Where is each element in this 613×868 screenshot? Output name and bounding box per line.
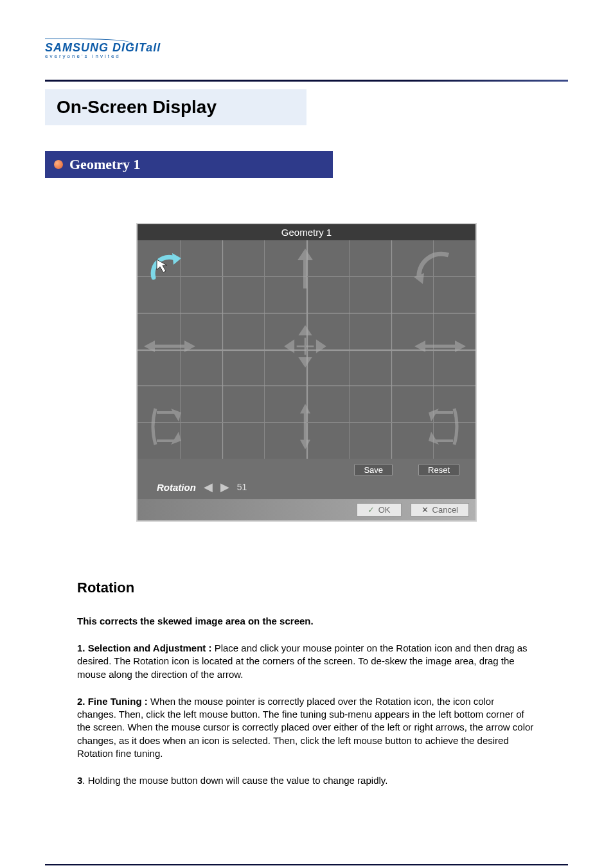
content-para-2: 2. Fine Tuning : When the mouse pointer … bbox=[77, 695, 536, 760]
content-heading: Rotation bbox=[77, 580, 536, 596]
logo-suffix: all bbox=[146, 41, 161, 54]
corner-rotation-tr-icon[interactable] bbox=[411, 244, 472, 298]
osd-grid[interactable] bbox=[138, 240, 475, 459]
svg-marker-8 bbox=[298, 325, 312, 335]
svg-marker-1 bbox=[157, 260, 167, 272]
rotation-label: Rotation bbox=[157, 482, 196, 493]
section-title: Geometry 1 bbox=[69, 156, 141, 173]
check-icon: ✓ bbox=[368, 505, 375, 515]
content-para-1: 1. Selection and Adjustment : Place and … bbox=[77, 642, 536, 681]
osd-window: Geometry 1 bbox=[136, 223, 477, 522]
svg-marker-17 bbox=[171, 409, 181, 421]
rotation-value: 51 bbox=[237, 482, 247, 492]
fine-tune-left-icon[interactable]: ◀ bbox=[204, 480, 213, 494]
h-size-left-icon[interactable] bbox=[141, 321, 202, 375]
svg-marker-15 bbox=[414, 341, 425, 352]
v-size-icon[interactable] bbox=[276, 401, 337, 456]
section-bullet-icon bbox=[54, 160, 63, 169]
content-para-3: 3. Holding the mouse button down will ca… bbox=[77, 774, 536, 787]
ok-button[interactable]: ✓ OK bbox=[357, 503, 402, 517]
v-position-up-icon[interactable] bbox=[276, 244, 337, 298]
pincushion-br-icon[interactable] bbox=[411, 401, 472, 456]
h-size-right-icon[interactable] bbox=[411, 321, 472, 375]
svg-marker-22 bbox=[300, 403, 310, 413]
rotation-control-icon[interactable] bbox=[141, 244, 202, 298]
page-title: On-Screen Display bbox=[57, 97, 217, 117]
content-intro: This corrects the skewed image area on t… bbox=[77, 616, 536, 626]
reset-button[interactable]: Reset bbox=[418, 464, 459, 476]
svg-marker-24 bbox=[429, 409, 439, 421]
svg-marker-0 bbox=[172, 253, 181, 265]
svg-marker-11 bbox=[316, 339, 326, 353]
svg-marker-3 bbox=[298, 249, 313, 260]
footer-divider bbox=[45, 864, 568, 865]
page-title-bar: On-Screen Display bbox=[45, 89, 306, 125]
brand-logo: SAMSUNG DIGITall everyone's invited bbox=[45, 39, 568, 60]
logo-main-text: SAMSUNG DIGIT bbox=[45, 41, 146, 54]
position-dpad-icon[interactable] bbox=[276, 321, 337, 375]
svg-marker-9 bbox=[298, 357, 312, 368]
svg-marker-10 bbox=[284, 339, 294, 353]
osd-title: Geometry 1 bbox=[138, 224, 475, 240]
pincushion-bl-icon[interactable] bbox=[141, 401, 202, 456]
x-icon: ✕ bbox=[422, 505, 429, 515]
svg-marker-6 bbox=[144, 341, 155, 352]
svg-marker-7 bbox=[184, 341, 195, 352]
svg-marker-25 bbox=[429, 432, 439, 445]
save-button[interactable]: Save bbox=[354, 464, 393, 476]
cancel-button[interactable]: ✕ Cancel bbox=[411, 503, 469, 517]
svg-marker-23 bbox=[300, 439, 310, 449]
header-divider bbox=[45, 80, 568, 82]
fine-tune-right-icon[interactable]: ▶ bbox=[220, 480, 229, 494]
section-header: Geometry 1 bbox=[45, 151, 333, 178]
svg-marker-18 bbox=[171, 432, 181, 445]
svg-marker-16 bbox=[455, 341, 466, 352]
